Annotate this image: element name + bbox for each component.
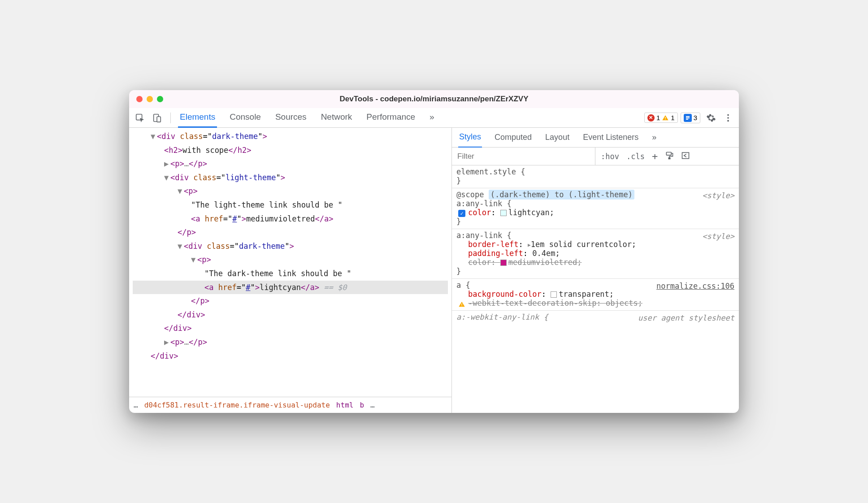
tab-network[interactable]: Network bbox=[319, 108, 354, 128]
tab-elements[interactable]: Elements bbox=[178, 108, 217, 128]
any-link-rule[interactable]: <style> a:any-link { border-left: ▶ 1em … bbox=[452, 229, 739, 279]
settings-gear-icon[interactable] bbox=[705, 112, 717, 124]
svg-rect-11 bbox=[461, 304, 462, 305]
errors-warnings-badge[interactable]: ✕ 1 1 bbox=[644, 113, 678, 123]
close-window-button[interactable] bbox=[136, 96, 143, 102]
traffic-lights bbox=[136, 96, 163, 102]
sub-tab-computed[interactable]: Computed bbox=[494, 128, 533, 147]
styles-filter-input[interactable] bbox=[452, 147, 595, 165]
rule-source[interactable]: <style> bbox=[702, 232, 734, 241]
dom-tree[interactable]: ▼<div class="dark-theme"> <h2>with scope… bbox=[129, 128, 451, 397]
inspect-element-icon[interactable] bbox=[134, 112, 146, 124]
rule-source[interactable]: <style> bbox=[702, 191, 734, 200]
breadcrumb[interactable]: … d04cf581.result-iframe.iframe-visual-u… bbox=[129, 397, 451, 413]
sub-tab-listeners[interactable]: Event Listeners bbox=[582, 128, 639, 147]
issue-icon bbox=[684, 114, 692, 122]
main-tabs: Elements Console Sources Network Perform… bbox=[178, 108, 640, 128]
svg-rect-10 bbox=[682, 152, 689, 158]
tab-performance[interactable]: Performance bbox=[365, 108, 417, 128]
titlebar: DevTools - codepen.io/miriamsuzanne/pen/… bbox=[129, 90, 739, 108]
issues-badge[interactable]: 3 bbox=[681, 113, 700, 123]
scope-rule[interactable]: <style> @scope (.dark-theme) to (.light-… bbox=[452, 188, 739, 229]
error-count: 1 bbox=[656, 114, 660, 121]
normalize-rule[interactable]: normalize.css:106 a { background-color: … bbox=[452, 279, 739, 311]
warning-icon bbox=[662, 114, 669, 121]
prop-checkbox[interactable]: ✓ bbox=[458, 210, 465, 217]
svg-point-7 bbox=[727, 120, 729, 121]
hov-toggle[interactable]: :hov bbox=[601, 152, 619, 161]
breadcrumb-frame[interactable]: d04cf581.result-iframe.iframe-visual-upd… bbox=[144, 401, 330, 409]
add-rule-button[interactable]: + bbox=[652, 151, 658, 162]
color-swatch[interactable] bbox=[551, 291, 557, 298]
tab-sources[interactable]: Sources bbox=[273, 108, 308, 128]
breadcrumb-body[interactable]: b bbox=[360, 401, 364, 409]
sub-tab-styles[interactable]: Styles bbox=[458, 128, 482, 148]
breadcrumb-ellipsis[interactable]: … bbox=[134, 401, 138, 409]
svg-rect-2 bbox=[157, 117, 161, 122]
error-icon: ✕ bbox=[647, 114, 655, 121]
minimize-window-button[interactable] bbox=[147, 96, 153, 102]
element-style-rule[interactable]: element.style { } bbox=[452, 165, 739, 188]
tab-console[interactable]: Console bbox=[228, 108, 263, 128]
breadcrumb-overflow[interactable]: … bbox=[370, 401, 375, 409]
status-badges: ✕ 1 1 3 bbox=[644, 113, 700, 123]
devtools-window: DevTools - codepen.io/miriamsuzanne/pen/… bbox=[129, 90, 739, 413]
svg-point-5 bbox=[727, 114, 729, 116]
svg-rect-9 bbox=[668, 158, 670, 159]
elements-panel: ▼<div class="dark-theme"> <h2>with scope… bbox=[129, 128, 452, 413]
maximize-window-button[interactable] bbox=[157, 96, 163, 102]
tab-more-overflow[interactable]: » bbox=[428, 108, 436, 128]
scope-selector: (.dark-theme) to (.light-theme) bbox=[489, 190, 634, 199]
main-toolbar: Elements Console Sources Network Perform… bbox=[129, 108, 739, 128]
rule-source: user agent stylesheet bbox=[638, 313, 734, 322]
device-mode-icon[interactable] bbox=[151, 112, 163, 124]
svg-rect-12 bbox=[461, 305, 462, 306]
svg-point-6 bbox=[727, 117, 729, 119]
rule-source-link[interactable]: normalize.css:106 bbox=[656, 282, 734, 291]
sidebar-tabs: Styles Computed Layout Event Listeners » bbox=[452, 128, 739, 147]
kebab-menu-icon[interactable] bbox=[722, 112, 734, 124]
styles-filter-bar: :hov .cls + bbox=[452, 147, 739, 165]
styles-rules[interactable]: element.style { } <style> @scope (.dark-… bbox=[452, 165, 739, 413]
svg-rect-4 bbox=[665, 119, 666, 119]
user-agent-rule[interactable]: user agent stylesheet a:-webkit-any-link… bbox=[452, 311, 739, 324]
cls-toggle[interactable]: .cls bbox=[626, 152, 645, 161]
svg-rect-8 bbox=[666, 152, 671, 155]
sub-tab-layout[interactable]: Layout bbox=[544, 128, 570, 147]
svg-rect-3 bbox=[665, 117, 666, 118]
issue-count: 3 bbox=[694, 114, 697, 121]
breadcrumb-html[interactable]: html bbox=[336, 401, 354, 409]
selected-node[interactable]: <a href="#">lightcyan</a> == $0 bbox=[133, 281, 448, 295]
color-swatch[interactable] bbox=[500, 260, 507, 266]
paint-icon[interactable] bbox=[665, 151, 674, 162]
color-swatch[interactable] bbox=[500, 210, 507, 216]
sub-tab-more[interactable]: » bbox=[651, 128, 657, 147]
warning-count: 1 bbox=[671, 114, 674, 121]
styles-panel: Styles Computed Layout Event Listeners »… bbox=[452, 128, 739, 413]
window-title: DevTools - codepen.io/miriamsuzanne/pen/… bbox=[129, 95, 739, 104]
warning-icon bbox=[458, 301, 465, 308]
toggle-computed-icon[interactable] bbox=[681, 151, 690, 162]
